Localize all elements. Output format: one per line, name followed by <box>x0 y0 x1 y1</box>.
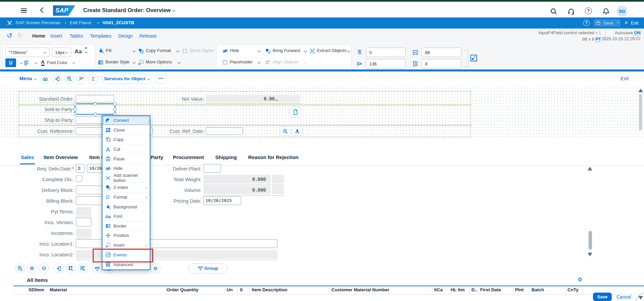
aspect-ratio-icon[interactable] <box>470 54 477 62</box>
gui-exit-button[interactable]: Exit <box>620 76 629 81</box>
col-d[interactable]: D.. <box>471 287 477 292</box>
col-plnt[interactable]: Plnt <box>515 287 524 292</box>
menu-item-clone[interactable]: Clone <box>102 126 150 135</box>
menu-item-cut[interactable]: Cut <box>102 145 150 154</box>
tab-item-overview[interactable]: Item Overview <box>44 154 78 160</box>
table-settings-gear-icon[interactable] <box>577 277 583 283</box>
ribbon-tab-insert[interactable]: Insert <box>50 33 62 39</box>
delete-partner-button[interactable] <box>76 74 86 84</box>
col-item-description[interactable]: Item Description <box>252 287 287 292</box>
propose-items-button[interactable] <box>54 263 64 273</box>
footer-save-button[interactable]: Save <box>593 293 612 301</box>
selection-handle[interactable] <box>74 108 77 111</box>
personas-exit-button[interactable]: × Exit <box>625 19 638 26</box>
sum-button[interactable]: Σ <box>88 74 98 84</box>
menu-item-hide[interactable]: Hide <box>102 164 150 173</box>
cust-ref-date-input[interactable] <box>206 128 243 135</box>
deliver-plant-input[interactable] <box>203 164 221 173</box>
col-sditem[interactable]: SDItem <box>29 287 44 292</box>
more-functions-button[interactable]: ••• <box>155 74 167 84</box>
date-type-input[interactable]: D <box>76 164 85 173</box>
deselect-all-button[interactable] <box>78 263 88 273</box>
col-material[interactable]: Material <box>50 287 67 292</box>
extract-objects-button[interactable]: Extract Objects <box>310 48 347 54</box>
col-order-quantity[interactable]: Order Quantity <box>167 287 198 292</box>
decrease-font-icon[interactable]: − <box>85 50 87 55</box>
scroll-down-icon[interactable] <box>588 253 592 256</box>
menu-item-add-scanner-button[interactable]: Add scanner button <box>102 173 150 183</box>
copy-document-button[interactable] <box>290 106 301 118</box>
group-button[interactable]: Group <box>188 263 228 273</box>
page-scrollbar-thumb[interactable] <box>639 94 642 130</box>
menu-item-paste[interactable]: Paste <box>102 154 150 164</box>
size-width-input[interactable]: 88 <box>422 48 461 57</box>
scroll-up-icon[interactable] <box>588 167 592 170</box>
col-itca[interactable]: ItCa <box>434 287 443 292</box>
selected-input-f4field[interactable] <box>75 103 116 115</box>
autosave-toggle[interactable]: ON <box>634 30 641 36</box>
col-cnty[interactable]: CnTy <box>567 287 579 292</box>
bring-forward-button[interactable]: Bring Forward <box>265 48 300 54</box>
font-color-label[interactable]: Font Color <box>47 60 67 65</box>
page-title[interactable]: Create Standard Order: Overview <box>83 7 175 13</box>
help-icon[interactable]: ? <box>585 7 592 14</box>
tab-shipping[interactable]: Shipping <box>215 154 237 160</box>
more-options-button[interactable]: More Options <box>138 59 172 65</box>
stamp-button[interactable] <box>292 127 303 136</box>
search-icon[interactable] <box>550 8 557 15</box>
col-un[interactable]: Un <box>227 287 233 292</box>
copy-format-button[interactable]: Copy Format <box>138 48 171 54</box>
font-case-button[interactable]: Aa <box>75 48 82 55</box>
selection-handle[interactable] <box>113 108 117 111</box>
fill-button[interactable]: Fill <box>98 48 111 54</box>
underline-button[interactable]: U <box>5 58 16 67</box>
menu-item-insert[interactable]: Insert› <box>102 241 150 250</box>
complete-dlv-checkbox[interactable] <box>76 175 82 182</box>
ribbon-tab-design[interactable]: Design <box>118 33 133 39</box>
col-s[interactable]: S <box>240 287 243 292</box>
selection-handle[interactable] <box>74 102 77 106</box>
tab-sales[interactable]: Sales <box>21 154 34 160</box>
services-for-object-button[interactable]: Services for Object <box>102 74 152 84</box>
item-detail-button[interactable] <box>15 263 25 273</box>
menu-item-format[interactable]: Format› <box>102 193 150 202</box>
item-settings-button[interactable] <box>150 263 160 273</box>
delete-item-button[interactable]: ⊖ <box>39 263 49 273</box>
save-dropdown-chevron-icon[interactable] <box>617 20 620 23</box>
page-scroll-up-icon[interactable] <box>638 89 643 92</box>
selection-handle[interactable] <box>94 102 97 106</box>
selection-handle[interactable] <box>74 112 77 116</box>
font-size-stepper[interactable]: + − <box>85 46 87 55</box>
menu-item-position[interactable]: Position <box>102 231 150 241</box>
tab-procurement[interactable]: Procurement <box>173 154 204 160</box>
hamburger-menu-icon[interactable] <box>21 7 27 14</box>
select-all-button[interactable] <box>66 263 76 273</box>
font-color-a-icon[interactable]: A <box>41 59 45 66</box>
ribbon-tab-tables[interactable]: Tables <box>70 33 83 39</box>
selection-handle[interactable] <box>113 102 117 106</box>
col-batch[interactable]: Batch <box>532 287 544 292</box>
notifications-bell-icon[interactable] <box>602 8 610 15</box>
col-customer-material-number[interactable]: Customer Material Number <box>331 287 389 292</box>
find-button[interactable] <box>40 74 50 84</box>
menu-item-advanced[interactable]: Advanced <box>102 260 150 269</box>
personas-help-icon[interactable]: ? <box>583 20 590 26</box>
support-headset-icon[interactable] <box>567 8 575 15</box>
footer-cancel-button[interactable]: Cancel <box>616 294 631 300</box>
col-hl-itm[interactable]: HL Itm <box>451 287 465 292</box>
menu-item-font[interactable]: Font <box>102 212 150 221</box>
position-left-input[interactable]: 136 <box>366 59 406 68</box>
add-item-button[interactable]: ⊕ <box>27 263 37 273</box>
personas-save-button[interactable]: Save <box>594 19 620 27</box>
avatar[interactable]: SG <box>616 6 628 17</box>
ribbon-tab-home[interactable]: Home <box>32 33 45 39</box>
col-first-date[interactable]: First Date <box>480 287 501 292</box>
font-family-select[interactable]: "72Mono" <box>5 48 49 57</box>
display-document-button[interactable] <box>64 74 74 84</box>
menu-button[interactable]: Menu <box>19 76 37 81</box>
ribbon-tab-templates[interactable]: Templates <box>90 33 111 39</box>
back-icon[interactable] <box>41 8 45 12</box>
menu-item-z-index[interactable]: Z-Index› <box>102 183 150 193</box>
tab-reason-for-rejection[interactable]: Reason for Rejection <box>248 154 298 160</box>
font-size-select[interactable]: 14px <box>52 48 71 57</box>
